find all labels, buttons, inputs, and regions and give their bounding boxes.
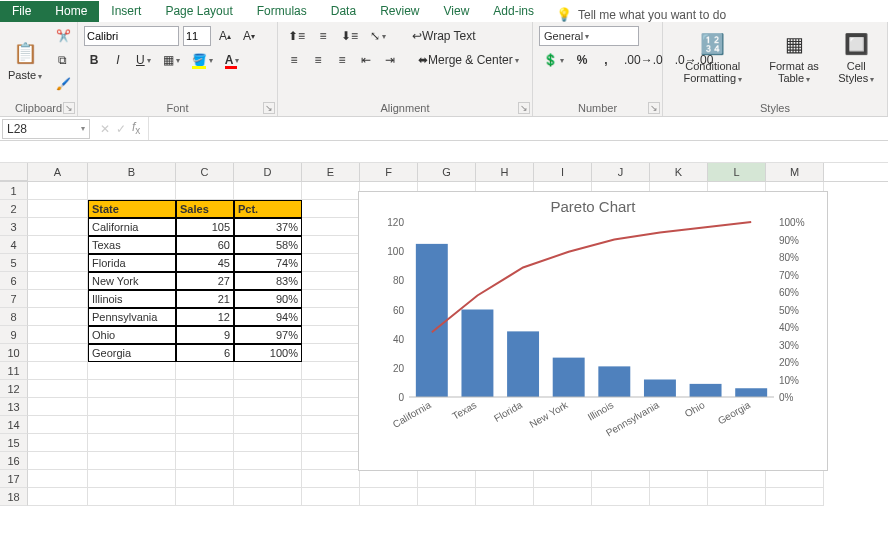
italic-button[interactable]: I: [108, 50, 128, 70]
cell-A13[interactable]: [28, 398, 88, 416]
row-header-8[interactable]: 8: [0, 308, 28, 326]
cell-E8[interactable]: [302, 308, 360, 326]
cell-C3[interactable]: 105: [176, 218, 234, 236]
row-header-7[interactable]: 7: [0, 290, 28, 308]
cell-M17[interactable]: [766, 470, 824, 488]
align-right-button[interactable]: ≡: [332, 50, 352, 70]
cell-A15[interactable]: [28, 434, 88, 452]
col-header-H[interactable]: H: [476, 163, 534, 181]
cell-B18[interactable]: [88, 488, 176, 506]
cell-L17[interactable]: [708, 470, 766, 488]
increase-font-button[interactable]: A▴: [215, 26, 235, 46]
cell-D4[interactable]: 58%: [234, 236, 302, 254]
cell-E6[interactable]: [302, 272, 360, 290]
cell-E18[interactable]: [302, 488, 360, 506]
cell-D10[interactable]: 100%: [234, 344, 302, 362]
cancel-formula-button[interactable]: ✕: [100, 122, 110, 136]
decrease-indent-button[interactable]: ⇤: [356, 50, 376, 70]
clipboard-launcher[interactable]: ↘: [63, 102, 75, 114]
row-header-6[interactable]: 6: [0, 272, 28, 290]
row-header-14[interactable]: 14: [0, 416, 28, 434]
cell-A9[interactable]: [28, 326, 88, 344]
row-header-12[interactable]: 12: [0, 380, 28, 398]
cell-B13[interactable]: [88, 398, 176, 416]
cell-A18[interactable]: [28, 488, 88, 506]
cell-D11[interactable]: [234, 362, 302, 380]
cell-A16[interactable]: [28, 452, 88, 470]
col-header-G[interactable]: G: [418, 163, 476, 181]
cell-C8[interactable]: 12: [176, 308, 234, 326]
cell-A1[interactable]: [28, 182, 88, 200]
cell-C9[interactable]: 9: [176, 326, 234, 344]
cell-B8[interactable]: Pennsylvania: [88, 308, 176, 326]
cell-D2[interactable]: Pct.: [234, 200, 302, 218]
cell-B11[interactable]: [88, 362, 176, 380]
cell-B5[interactable]: Florida: [88, 254, 176, 272]
col-header-E[interactable]: E: [302, 163, 360, 181]
cell-A6[interactable]: [28, 272, 88, 290]
cell-D17[interactable]: [234, 470, 302, 488]
cell-B14[interactable]: [88, 416, 176, 434]
cell-E11[interactable]: [302, 362, 360, 380]
decrease-font-button[interactable]: A▾: [239, 26, 259, 46]
cell-A14[interactable]: [28, 416, 88, 434]
cell-B2[interactable]: State: [88, 200, 176, 218]
tab-formulas[interactable]: Formulas: [245, 1, 319, 22]
cell-E12[interactable]: [302, 380, 360, 398]
cell-M18[interactable]: [766, 488, 824, 506]
cell-D18[interactable]: [234, 488, 302, 506]
align-left-button[interactable]: ≡: [284, 50, 304, 70]
cell-D9[interactable]: 97%: [234, 326, 302, 344]
cell-D1[interactable]: [234, 182, 302, 200]
cell-C7[interactable]: 21: [176, 290, 234, 308]
cell-B4[interactable]: Texas: [88, 236, 176, 254]
row-header-9[interactable]: 9: [0, 326, 28, 344]
cell-C16[interactable]: [176, 452, 234, 470]
cell-A3[interactable]: [28, 218, 88, 236]
cell-G18[interactable]: [418, 488, 476, 506]
col-header-A[interactable]: A: [28, 163, 88, 181]
cell-G17[interactable]: [418, 470, 476, 488]
tell-me-search[interactable]: 💡 Tell me what you want to do: [546, 7, 726, 22]
accept-formula-button[interactable]: ✓: [116, 122, 126, 136]
cell-C18[interactable]: [176, 488, 234, 506]
row-header-17[interactable]: 17: [0, 470, 28, 488]
tab-review[interactable]: Review: [368, 1, 431, 22]
row-header-2[interactable]: 2: [0, 200, 28, 218]
select-all-button[interactable]: [0, 163, 28, 181]
align-middle-button[interactable]: ≡: [313, 26, 333, 46]
cell-C15[interactable]: [176, 434, 234, 452]
cell-B7[interactable]: Illinois: [88, 290, 176, 308]
cell-E14[interactable]: [302, 416, 360, 434]
cell-B16[interactable]: [88, 452, 176, 470]
cell-E5[interactable]: [302, 254, 360, 272]
cell-D6[interactable]: 83%: [234, 272, 302, 290]
cell-A17[interactable]: [28, 470, 88, 488]
orientation-button[interactable]: ⤡: [366, 26, 390, 46]
cell-F18[interactable]: [360, 488, 418, 506]
cell-C12[interactable]: [176, 380, 234, 398]
cell-C1[interactable]: [176, 182, 234, 200]
cell-E1[interactable]: [302, 182, 360, 200]
insert-function-button[interactable]: fx: [132, 120, 140, 136]
tab-home[interactable]: Home: [43, 1, 99, 22]
cell-I17[interactable]: [534, 470, 592, 488]
cell-E10[interactable]: [302, 344, 360, 362]
cell-D15[interactable]: [234, 434, 302, 452]
format-painter-button[interactable]: 🖌️: [52, 74, 75, 94]
cell-D13[interactable]: [234, 398, 302, 416]
col-header-C[interactable]: C: [176, 163, 234, 181]
col-header-I[interactable]: I: [534, 163, 592, 181]
cell-C10[interactable]: 6: [176, 344, 234, 362]
copy-button[interactable]: ⧉: [52, 50, 72, 70]
cell-E2[interactable]: [302, 200, 360, 218]
cell-E15[interactable]: [302, 434, 360, 452]
cell-B15[interactable]: [88, 434, 176, 452]
accounting-format-button[interactable]: 💲: [539, 50, 568, 70]
cell-D3[interactable]: 37%: [234, 218, 302, 236]
cell-D12[interactable]: [234, 380, 302, 398]
cell-B6[interactable]: New York: [88, 272, 176, 290]
cell-E3[interactable]: [302, 218, 360, 236]
underline-button[interactable]: U: [132, 50, 155, 70]
number-launcher[interactable]: ↘: [648, 102, 660, 114]
